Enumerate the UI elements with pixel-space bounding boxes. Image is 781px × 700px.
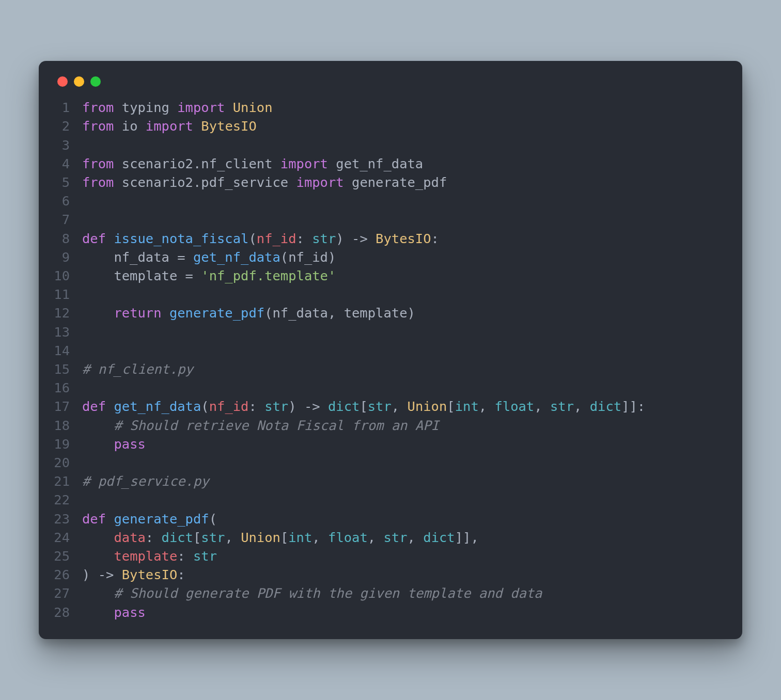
code-line[interactable]: 1from typing import Union [53,98,728,117]
token-pln: ]]: [621,399,645,414]
line-source [82,378,728,397]
token-ty: str [384,530,408,545]
line-number: 21 [53,472,82,490]
token-pln [82,418,114,433]
token-pln: : [146,530,162,545]
token-pln: scenario2 [114,156,193,171]
token-pln: , [574,399,590,414]
token-pln: [ [193,530,201,545]
token-kw: import [177,100,225,115]
token-cmt: # nf_client.py [82,361,193,377]
code-line[interactable]: 19 pass [53,435,728,453]
token-kw: def [82,511,106,527]
token-pln: ) -> [336,231,376,246]
token-pln [82,548,114,564]
line-source: pass [82,435,728,453]
code-line[interactable]: 17def get_nf_data(nf_id: str) -> dict[st… [53,397,728,416]
code-line[interactable]: 2from io import BytesIO [53,117,728,135]
code-window: 1from typing import Union2from io import… [39,61,742,639]
code-line[interactable]: 7 [53,210,728,229]
line-source: def generate_pdf( [82,510,728,528]
token-pln: template [82,268,185,283]
token-fn: get_nf_data [114,399,201,414]
window-minimize-button[interactable] [74,76,84,87]
token-kw: from [82,100,114,115]
token-kw: from [82,156,114,171]
line-number: 8 [53,229,82,248]
token-ty: str [550,399,574,414]
code-line[interactable]: 28 pass [53,603,728,622]
token-var: template [114,548,177,564]
token-ty: int [288,530,312,545]
line-number: 1 [53,98,82,117]
token-pln [82,530,114,545]
token-kw: return [114,305,161,321]
token-kw: import [146,118,193,134]
line-source [82,341,728,360]
line-number: 16 [53,378,82,397]
token-var: data [114,530,145,545]
token-pln: : [248,399,264,414]
token-pln: [ [447,399,455,414]
token-pln: , [368,530,384,545]
code-line[interactable]: 20 [53,453,728,472]
code-line[interactable]: 6 [53,192,728,210]
window-zoom-button[interactable] [90,76,101,87]
token-pln: ( [201,399,209,414]
line-number: 7 [53,210,82,229]
code-line[interactable]: 27 # Should generate PDF with the given … [53,584,728,602]
code-line[interactable]: 16 [53,378,728,397]
token-pln: pdf_service [201,174,296,190]
line-source: pass [82,603,728,622]
token-pln: , [534,399,550,414]
token-pln: , [312,530,328,545]
token-kw: from [82,118,114,134]
token-pln: ) -> [82,567,122,582]
code-line[interactable]: 4from scenario2.nf_client import get_nf_… [53,154,728,173]
token-pln: ( [209,511,217,527]
line-number: 25 [53,547,82,565]
line-source: # Should retrieve Nota Fiscal from an AP… [82,416,728,435]
code-line[interactable]: 13 [53,323,728,341]
code-line[interactable]: 26) -> BytesIO: [53,565,728,584]
line-source [82,490,728,509]
token-cls: Union [233,100,273,115]
token-pln: , [408,530,424,545]
code-line[interactable]: 9 nf_data = get_nf_data(nf_id) [53,248,728,266]
code-line[interactable]: 23def generate_pdf( [53,510,728,528]
line-source [82,192,728,210]
token-str: 'nf_pdf.template' [201,268,336,283]
token-kw: pass [114,436,145,452]
code-line[interactable]: 3 [53,136,728,154]
code-line[interactable]: 10 template = 'nf_pdf.template' [53,266,728,285]
code-line[interactable]: 25 template: str [53,547,728,565]
code-line[interactable]: 18 # Should retrieve Nota Fiscal from an… [53,416,728,435]
token-pln: get_nf_data [336,156,423,171]
window-close-button[interactable] [57,76,68,87]
token-fn: issue_nota_fiscal [114,231,248,246]
token-ty: int [455,399,479,414]
line-number: 13 [53,323,82,341]
token-pln [106,399,114,414]
code-line[interactable]: 8def issue_nota_fiscal(nf_id: str) -> By… [53,229,728,248]
code-line[interactable]: 14 [53,341,728,360]
code-line[interactable]: 11 [53,285,728,304]
token-kw: import [296,174,344,190]
code-line[interactable]: 24 data: dict[str, Union[int, float, str… [53,528,728,547]
line-source: template: str [82,547,728,565]
code-line[interactable]: 21# pdf_service.py [53,472,728,490]
token-pln: generate_pdf [352,174,447,190]
code-line[interactable]: 12 return generate_pdf(nf_data, template… [53,304,728,322]
code-line[interactable]: 5from scenario2.pdf_service import gener… [53,173,728,192]
token-pln [193,268,201,283]
code-line[interactable]: 15# nf_client.py [53,360,728,378]
code-editor[interactable]: 1from typing import Union2from io import… [53,98,728,622]
line-source: from scenario2.pdf_service import genera… [82,173,728,192]
line-source [82,323,728,341]
line-source: template = 'nf_pdf.template' [82,266,728,285]
line-number: 18 [53,416,82,435]
token-kw: pass [114,604,145,620]
code-line[interactable]: 22 [53,490,728,509]
token-pln [185,249,193,265]
token-cmt: # pdf_service.py [82,473,209,489]
